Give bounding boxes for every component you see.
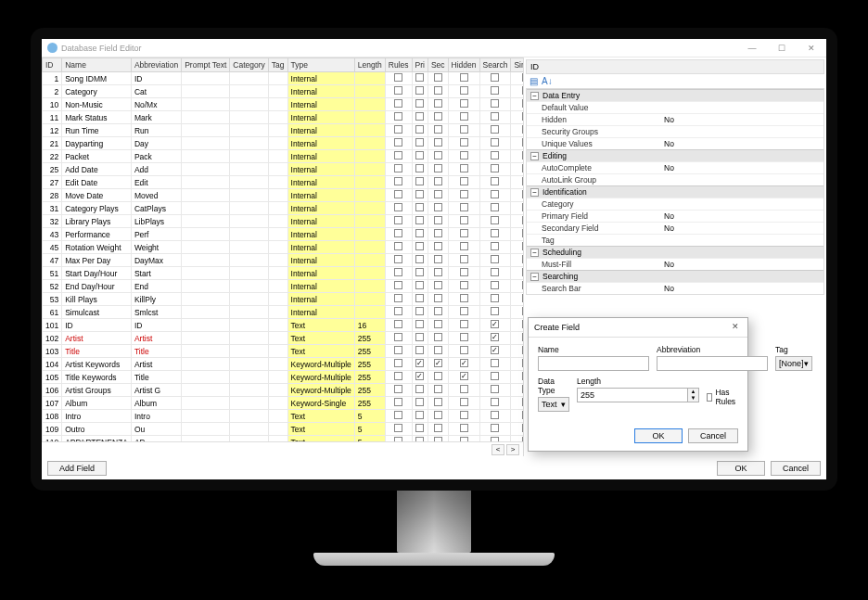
- table-row[interactable]: 47Max Per DayDayMaxInternal: [43, 254, 524, 267]
- column-header[interactable]: Rules: [385, 58, 412, 72]
- checkbox-cell[interactable]: [491, 138, 499, 147]
- checkbox-cell[interactable]: [522, 216, 523, 224]
- checkbox-cell[interactable]: [460, 320, 468, 328]
- checkbox-cell[interactable]: [415, 359, 424, 367]
- table-row[interactable]: 32Library PlaysLibPlaysInternal: [43, 215, 524, 228]
- checkbox-cell[interactable]: [415, 138, 424, 147]
- table-row[interactable]: 2CategoryCatInternal: [43, 85, 524, 98]
- checkbox-cell[interactable]: [415, 424, 424, 432]
- table-row[interactable]: 31Category PlaysCatPlaysInternal: [43, 202, 524, 215]
- checkbox-cell[interactable]: [394, 307, 402, 315]
- collapse-icon[interactable]: −: [530, 188, 539, 197]
- checkbox-cell[interactable]: [522, 151, 523, 160]
- checkbox-cell[interactable]: [434, 164, 442, 172]
- checkbox-cell[interactable]: [491, 320, 499, 328]
- checkbox-cell[interactable]: [491, 190, 499, 198]
- maximize-button[interactable]: ☐: [767, 39, 797, 57]
- checkbox-cell[interactable]: [460, 346, 468, 354]
- table-row[interactable]: 43PerformancePerfInternal: [43, 228, 524, 241]
- checkbox-cell[interactable]: [434, 242, 442, 250]
- column-header[interactable]: Category: [230, 58, 269, 72]
- checkbox-cell[interactable]: [491, 112, 499, 121]
- checkbox-cell[interactable]: [460, 333, 468, 341]
- checkbox-cell[interactable]: [415, 112, 424, 121]
- checkbox-cell[interactable]: [415, 294, 424, 302]
- checkbox-cell[interactable]: [522, 411, 523, 419]
- checkbox-cell[interactable]: [460, 164, 468, 172]
- column-header[interactable]: Similar: [511, 58, 523, 72]
- table-row[interactable]: 45Rotation WeightWeightInternal: [43, 241, 524, 254]
- checkbox-cell[interactable]: [522, 255, 523, 263]
- checkbox-cell[interactable]: [522, 99, 523, 108]
- checkbox-cell[interactable]: [394, 372, 402, 380]
- checkbox-cell[interactable]: [491, 99, 499, 108]
- table-row[interactable]: 28Move DateMovedInternal: [43, 189, 524, 202]
- checkbox-cell[interactable]: [434, 86, 442, 95]
- collapse-icon[interactable]: −: [530, 92, 539, 100]
- checkbox-cell[interactable]: [491, 424, 499, 432]
- checkbox-cell[interactable]: [460, 255, 468, 263]
- checkbox-cell[interactable]: [522, 346, 523, 354]
- checkbox-cell[interactable]: [434, 320, 442, 328]
- table-row[interactable]: 102ArtistArtistText255: [43, 332, 524, 345]
- table-row[interactable]: 107AlbumAlbumKeyword-Single255: [43, 397, 524, 410]
- table-row[interactable]: 22PacketPackInternal: [43, 150, 524, 163]
- checkbox-cell[interactable]: [394, 255, 402, 263]
- checkbox-cell[interactable]: [394, 333, 402, 341]
- checkbox-cell[interactable]: [434, 346, 442, 354]
- checkbox-cell[interactable]: [522, 203, 523, 211]
- checkbox-cell[interactable]: [460, 424, 468, 432]
- checkbox-cell[interactable]: [394, 242, 402, 250]
- sort-icon[interactable]: A↓: [542, 76, 553, 86]
- checkbox-cell[interactable]: [415, 385, 424, 393]
- scroll-right-icon[interactable]: >: [506, 444, 519, 455]
- checkbox-cell[interactable]: [491, 255, 499, 263]
- checkbox-cell[interactable]: [394, 385, 402, 393]
- property-row[interactable]: Security Groups: [527, 125, 823, 137]
- checkbox-cell[interactable]: [434, 138, 442, 147]
- checkbox-cell[interactable]: [491, 177, 499, 185]
- checkbox-cell[interactable]: [434, 359, 442, 367]
- column-header[interactable]: Type: [287, 58, 354, 72]
- checkbox-cell[interactable]: [415, 125, 424, 134]
- checkbox-cell[interactable]: [522, 307, 523, 315]
- checkbox-cell[interactable]: [415, 398, 424, 406]
- checkbox-cell[interactable]: [434, 294, 442, 302]
- column-header[interactable]: Abbreviation: [131, 58, 181, 72]
- checkbox-cell[interactable]: [434, 73, 442, 82]
- close-button[interactable]: ✕: [797, 39, 826, 57]
- checkbox-cell[interactable]: [522, 333, 523, 341]
- checkbox-cell[interactable]: [394, 190, 402, 198]
- property-row[interactable]: Search BarNo: [527, 282, 823, 294]
- checkbox-cell[interactable]: [394, 268, 402, 276]
- checkbox-cell[interactable]: [434, 177, 442, 185]
- checkbox-cell[interactable]: [415, 307, 424, 315]
- checkbox-cell[interactable]: [434, 216, 442, 224]
- checkbox-cell[interactable]: [415, 151, 424, 160]
- checkbox-cell[interactable]: [522, 424, 523, 432]
- property-section-header[interactable]: −Editing: [527, 149, 823, 161]
- checkbox-cell[interactable]: [522, 112, 523, 121]
- checkbox-cell[interactable]: [460, 385, 468, 393]
- table-row[interactable]: 1Song IDMMIDInternal: [43, 72, 524, 85]
- checkbox-cell[interactable]: [491, 229, 499, 237]
- checkbox-cell[interactable]: [460, 138, 468, 147]
- add-field-button[interactable]: Add Field: [47, 461, 107, 476]
- property-section-header[interactable]: −Searching: [527, 270, 823, 282]
- checkbox-cell[interactable]: [491, 268, 499, 276]
- checkbox-cell[interactable]: [434, 203, 442, 211]
- column-header[interactable]: Hidden: [448, 58, 479, 72]
- property-row[interactable]: HiddenNo: [527, 113, 823, 125]
- checkbox-cell[interactable]: [394, 320, 402, 328]
- table-row[interactable]: 52End Day/HourEndInternal: [43, 280, 524, 293]
- cancel-button[interactable]: Cancel: [771, 461, 821, 476]
- checkbox-cell[interactable]: [434, 385, 442, 393]
- checkbox-cell[interactable]: [394, 151, 402, 160]
- checkbox-cell[interactable]: [460, 73, 468, 82]
- checkbox-cell[interactable]: [522, 242, 523, 250]
- checkbox-cell[interactable]: [460, 99, 468, 108]
- checkbox-cell[interactable]: [394, 424, 402, 432]
- checkbox-cell[interactable]: [491, 411, 499, 419]
- table-row[interactable]: 53Kill PlaysKillPlyInternal: [43, 293, 524, 306]
- collapse-icon[interactable]: −: [530, 152, 539, 160]
